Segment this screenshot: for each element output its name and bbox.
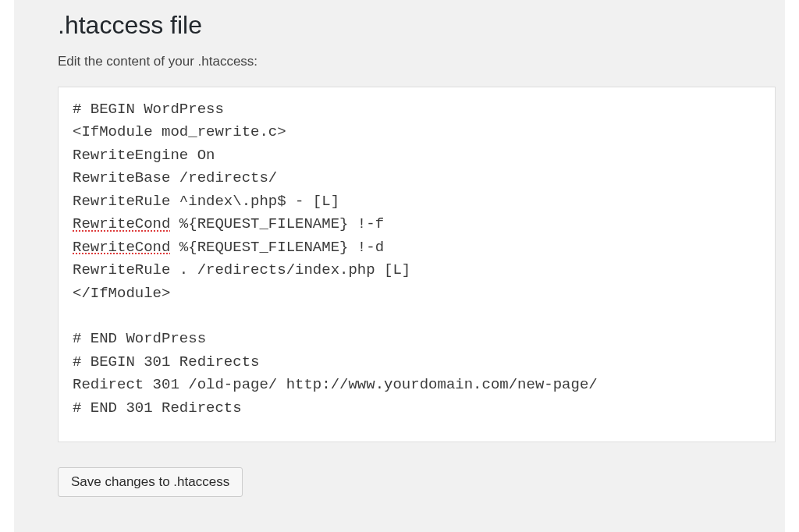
save-button[interactable]: Save changes to .htaccess <box>58 467 243 497</box>
instruction-text: Edit the content of your .htaccess: <box>58 54 785 69</box>
htaccess-editor[interactable]: # BEGIN WordPress <IfModule mod_rewrite.… <box>58 87 776 442</box>
htaccess-settings-panel: .htaccess file Edit the content of your … <box>14 0 785 532</box>
page-title: .htaccess file <box>58 8 785 40</box>
